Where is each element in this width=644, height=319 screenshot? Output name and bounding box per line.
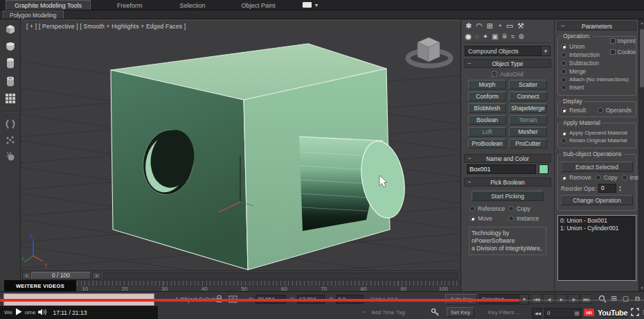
copy-subobj-radio[interactable]: [596, 175, 601, 180]
sphere-icon[interactable]: [5, 40, 16, 51]
current-frame-field[interactable]: 0 ▦: [544, 308, 582, 318]
cookie-checkbox[interactable]: [610, 49, 616, 55]
bomb-icon[interactable]: [5, 150, 16, 162]
morph-button[interactable]: Morph: [468, 80, 506, 89]
shapemerge-button[interactable]: ShapeMerge: [509, 103, 547, 113]
remove-radio[interactable]: [561, 175, 566, 180]
tab-freeform[interactable]: Freeform: [109, 0, 151, 10]
tab-polygon-modeling[interactable]: Polygon Modeling: [3, 10, 64, 19]
pick-boolean-rollout-header[interactable]: − Pick Boolean: [464, 178, 551, 187]
intersection-radio[interactable]: [561, 52, 566, 58]
boolean-cylinder-object[interactable]: [299, 137, 410, 231]
more-videos-overlay[interactable]: WEITERE VIDEOS: [4, 280, 76, 291]
utilities-tab-icon[interactable]: ⚒: [517, 21, 524, 31]
insert-radio[interactable]: [561, 85, 566, 90]
cylinder-icon[interactable]: [5, 57, 16, 69]
apply-operand-material-radio[interactable]: [561, 130, 566, 136]
go-to-start-button[interactable]: |◀◀: [530, 294, 542, 304]
start-picking-button[interactable]: Start Picking: [472, 191, 544, 201]
attach-radio[interactable]: [561, 77, 566, 83]
result-radio[interactable]: [561, 107, 566, 113]
mesher-button[interactable]: Mesher: [509, 127, 547, 137]
object-type-rollout-header[interactable]: − Object Type: [464, 59, 551, 68]
polygon-box-icon[interactable]: [4, 24, 17, 35]
viewcube[interactable]: [408, 37, 451, 66]
boolean-button[interactable]: Boolean: [468, 115, 506, 125]
extract-selected-button[interactable]: Extract Selected: [561, 162, 633, 172]
motion-tab-icon[interactable]: ◔: [497, 21, 502, 31]
retain-original-material-radio[interactable]: [561, 138, 566, 144]
track-bar[interactable]: 1020 3040 5060 7080 90100: [21, 279, 460, 291]
next-frame-button[interactable]: |▶: [568, 294, 580, 304]
hd-quality-badge[interactable]: HD: [584, 309, 594, 316]
prev-frame-button[interactable]: <: [22, 272, 31, 279]
time-slider-handle[interactable]: 0 / 100: [31, 272, 91, 279]
scroll-down-icon[interactable]: ▼: [639, 286, 644, 290]
display-tab-icon[interactable]: ▭: [506, 21, 513, 31]
scroll-up-icon[interactable]: ▲: [639, 21, 644, 25]
zoom-icon[interactable]: [597, 293, 607, 304]
operand-list[interactable]: 0: Union - Box001 1: Union - Cylinder001: [557, 215, 636, 281]
tab-graphite-modeling-tools[interactable]: Graphite Modeling Tools: [6, 0, 91, 10]
previous-frame-button[interactable]: ◀|: [543, 294, 555, 304]
modify-tab-icon[interactable]: ◠: [476, 21, 483, 31]
symmetry-icon[interactable]: [4, 119, 17, 130]
spacewarps-category-icon[interactable]: ≈: [511, 33, 515, 40]
viewport-label[interactable]: [ + ] [ Perspective ] [ Smooth + Highlig…: [26, 23, 186, 30]
ribbon-minimize-button[interactable]: ▼: [303, 0, 319, 10]
zoom-extents-all-icon[interactable]: ⧉: [632, 293, 643, 304]
imprint-checkbox[interactable]: [610, 38, 616, 44]
instance-radio[interactable]: [508, 216, 514, 221]
reorder-ops-field[interactable]: 0: [598, 184, 616, 193]
zoom-all-icon[interactable]: ⊞: [609, 293, 619, 304]
parameters-rollout-header[interactable]: − Parameters: [557, 21, 636, 31]
scrollbar-thumb[interactable]: [640, 29, 644, 87]
operands-radio[interactable]: [598, 107, 603, 113]
grid-icon[interactable]: [5, 93, 16, 104]
key-filters-button[interactable]: Key Filters ...: [488, 309, 521, 316]
tab-selection[interactable]: Selection: [171, 0, 213, 10]
add-time-tag[interactable]: Add Time Tag: [371, 309, 405, 316]
hierarchy-tab-icon[interactable]: ⊞: [487, 21, 493, 31]
tab-object-paint[interactable]: Object Paint: [233, 0, 283, 10]
next-frame-button[interactable]: >: [92, 272, 101, 279]
geometry-type-dropdown[interactable]: Compound Objects ▼: [465, 46, 551, 56]
play-button[interactable]: ▶: [555, 294, 567, 304]
time-slider-track[interactable]: [103, 273, 458, 279]
merge-radio[interactable]: [561, 69, 566, 74]
object-color-swatch[interactable]: [539, 164, 548, 174]
union-radio[interactable]: [561, 44, 566, 49]
subtraction-radio[interactable]: [561, 60, 566, 66]
blobmesh-button[interactable]: BlobMesh: [468, 103, 506, 113]
reorder-spinner[interactable]: ▲▼: [618, 185, 622, 192]
connect-button[interactable]: Connect: [509, 92, 547, 101]
volume-icon[interactable]: [38, 309, 47, 317]
systems-category-icon[interactable]: ⊛: [518, 33, 524, 40]
reference-radio[interactable]: [469, 206, 475, 212]
helpers-category-icon[interactable]: ※: [502, 33, 508, 40]
dots-cluster-icon[interactable]: [5, 135, 16, 145]
set-key-button[interactable]: Set Key: [447, 307, 474, 317]
create-tab-icon[interactable]: ✱: [465, 21, 472, 31]
proboolean-button[interactable]: ProBoolean: [468, 139, 506, 148]
fullscreen-icon[interactable]: [631, 308, 639, 318]
object-name-field[interactable]: Box001: [467, 164, 536, 174]
shapes-category-icon[interactable]: ◌: [475, 33, 479, 40]
terrain-button[interactable]: Terrain: [509, 115, 547, 125]
change-operation-button[interactable]: Change Operation: [561, 195, 633, 205]
loft-button[interactable]: Loft: [468, 127, 506, 137]
geometry-category-icon[interactable]: ◉: [465, 33, 472, 40]
name-color-rollout-header[interactable]: − Name and Color: [464, 154, 551, 163]
go-to-end-button[interactable]: ▶▶|: [580, 294, 592, 304]
panel-scrollbar[interactable]: ▲ ▼: [638, 19, 644, 291]
conform-button[interactable]: Conform: [468, 92, 506, 101]
move-radio[interactable]: [469, 216, 475, 221]
video-progress-played[interactable]: [0, 299, 519, 302]
autogrid-checkbox[interactable]: ✓: [492, 71, 497, 77]
scatter-button[interactable]: Scatter: [509, 80, 547, 89]
set-keys-key-icon[interactable]: [431, 308, 440, 318]
capsule-icon[interactable]: [5, 75, 16, 87]
zoom-extents-icon[interactable]: ▢: [620, 293, 631, 304]
lights-category-icon[interactable]: ✦: [483, 33, 488, 40]
key-mode-toggle[interactable]: ◀◀: [532, 308, 542, 318]
